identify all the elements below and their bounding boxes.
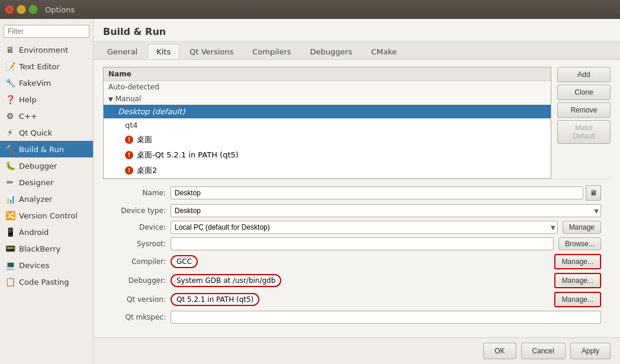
cpp-icon: ⚙ (5, 111, 15, 121)
debugger-manage-button[interactable]: Manage... (556, 275, 599, 286)
kits-item-zhuomian[interactable]: ! 桌面 (104, 132, 551, 147)
qt-mkspec-row: Qt mkspec: (113, 311, 601, 324)
name-label: Name: (113, 189, 166, 197)
make-default-button[interactable]: Make Default (557, 120, 611, 144)
sidebar-item-label: Android (19, 228, 49, 237)
sysroot-browse-button[interactable]: Browse... (558, 237, 601, 250)
device-type-label: Device type: (113, 207, 166, 215)
sidebar-item-label: Help (19, 95, 37, 104)
sidebar-item-fakevim[interactable]: 🔧 FakeVim (0, 75, 93, 91)
sidebar-item-devices[interactable]: 💻 Devices (0, 257, 93, 273)
qt-version-row: Qt version: Qt 5.2.1 in PATH (qt5) Manag… (113, 292, 601, 307)
device-type-select[interactable]: Desktop (171, 204, 601, 217)
maximize-button[interactable]: □ (28, 5, 38, 14)
compiler-label: Compiler: (113, 257, 166, 266)
sidebar-item-analyzer[interactable]: 📊 Analyzer (0, 191, 93, 207)
name-icon-button[interactable]: 🖥 (586, 185, 601, 201)
tab-kits[interactable]: Kits (147, 44, 179, 59)
kits-item-zhuomian-qt5[interactable]: ! 桌面-Qt 5.2.1 in PATH (qt5) (104, 147, 551, 163)
sidebar-item-qt-quick[interactable]: ⚡ Qt Quick (0, 124, 93, 141)
devices-icon: 💻 (5, 260, 15, 270)
tab-compilers[interactable]: Compilers (243, 44, 300, 59)
compiler-value: GCC (171, 255, 198, 268)
apply-button[interactable]: Apply (570, 343, 611, 359)
sidebar-item-designer[interactable]: ✏ Designer (0, 174, 93, 191)
qt-mkspec-input[interactable] (171, 311, 601, 324)
kits-item-zhuomian2[interactable]: ! 桌面2 (104, 163, 551, 178)
debugger-label: Debugger: (113, 276, 166, 285)
sidebar-item-label: Devices (19, 261, 49, 270)
clone-button[interactable]: Clone (557, 85, 611, 100)
sidebar-item-label: Version Control (19, 211, 78, 220)
ok-button[interactable]: OK (483, 343, 516, 359)
debugger-row: Debugger: System GDB at /usr/bin/gdb Man… (113, 273, 601, 288)
fakevim-icon: 🔧 (5, 78, 15, 88)
sidebar-item-blackberry[interactable]: 📟 BlackBerry (0, 240, 93, 257)
qt-mkspec-label: Qt mkspec: (113, 313, 166, 321)
device-select[interactable]: Local PC (default for Desktop) (171, 221, 558, 234)
help-icon: ❓ (5, 94, 15, 105)
add-button[interactable]: Add (557, 67, 611, 82)
sidebar-item-version-control[interactable]: 🔀 Version Control (0, 207, 93, 224)
window-title: Options (45, 5, 75, 14)
sidebar-item-code-pasting[interactable]: 📋 Code Pasting (0, 273, 93, 290)
content-area: Build & Run General Kits Qt Versions Com… (94, 19, 620, 364)
error-icon: ! (125, 166, 133, 175)
compiler-manage-button[interactable]: Manage... (556, 256, 599, 268)
bottom-bar: OK Cancel Apply (94, 337, 620, 364)
sidebar-item-cpp[interactable]: ⚙ C++ (0, 108, 93, 124)
device-type-row: Device type: Desktop ▼ (113, 204, 601, 217)
kits-list: Name Auto-detected ▼ Manual Desktop (def… (103, 67, 551, 179)
version-control-icon: 🔀 (5, 210, 15, 221)
text-editor-icon: 📝 (5, 61, 15, 72)
name-row: Name: 🖥 (113, 185, 601, 201)
name-input[interactable] (171, 186, 583, 199)
qt-version-label: Qt version: (113, 295, 166, 304)
kits-group-manual: Manual (115, 95, 142, 103)
tab-general[interactable]: General (98, 44, 146, 59)
error-icon: ! (125, 136, 133, 144)
blackberry-icon: 📟 (5, 243, 15, 254)
window-controls[interactable]: × − □ (5, 5, 38, 14)
kits-item-desktop[interactable]: Desktop (default) (104, 105, 551, 118)
device-label: Device: (113, 223, 166, 231)
compiler-row: Compiler: GCC Manage... (113, 254, 601, 269)
sidebar: 🖥 Environment 📝 Text Editor 🔧 FakeVim ❓ … (0, 19, 94, 364)
debugger-icon: 🐛 (5, 160, 15, 171)
designer-icon: ✏ (5, 177, 15, 188)
sidebar-item-label: FakeVim (19, 79, 51, 88)
build-run-icon: 🔨 (5, 144, 15, 154)
sidebar-item-label: Environment (19, 46, 68, 54)
kit-form: Name: 🖥 Device type: Desktop (103, 179, 611, 330)
qt-version-manage-button[interactable]: Manage... (556, 294, 599, 305)
filter-input[interactable] (4, 25, 89, 38)
page-title: Build & Run (94, 19, 620, 41)
sidebar-item-text-editor[interactable]: 📝 Text Editor (0, 58, 93, 75)
tab-cmake[interactable]: CMake (362, 44, 406, 59)
qt-version-value: Qt 5.2.1 in PATH (qt5) (171, 293, 259, 306)
sidebar-item-debugger[interactable]: 🐛 Debugger (0, 157, 93, 174)
sysroot-input[interactable] (171, 237, 554, 250)
sidebar-item-help[interactable]: ❓ Help (0, 91, 93, 108)
sidebar-item-environment[interactable]: 🖥 Environment (0, 41, 93, 58)
kits-item-label: 桌面2 (137, 165, 157, 176)
device-row: Device: Local PC (default for Desktop) ▼… (113, 221, 601, 234)
minimize-button[interactable]: − (17, 5, 26, 14)
sidebar-item-build-run[interactable]: 🔨 Build & Run (0, 141, 93, 157)
android-icon: 📱 (5, 227, 15, 237)
sysroot-label: Sysroot: (113, 240, 166, 248)
qt-quick-icon: ⚡ (5, 127, 15, 138)
sidebar-item-android[interactable]: 📱 Android (0, 224, 93, 240)
device-manage-button[interactable]: Manage (563, 221, 601, 234)
close-button[interactable]: × (5, 5, 14, 14)
tab-bar: General Kits Qt Versions Compilers Debug… (94, 41, 620, 60)
kits-action-buttons: Add Clone Remove Make Default (557, 67, 611, 179)
cancel-button[interactable]: Cancel (521, 343, 566, 359)
analyzer-icon: 📊 (5, 194, 15, 204)
kits-area: Name Auto-detected ▼ Manual Desktop (def… (94, 60, 620, 337)
tab-debuggers[interactable]: Debuggers (301, 44, 361, 59)
remove-button[interactable]: Remove (557, 102, 611, 118)
kits-item-qt4[interactable]: qt4 (104, 118, 551, 132)
code-pasting-icon: 📋 (5, 276, 15, 287)
tab-qt-versions[interactable]: Qt Versions (181, 44, 242, 59)
